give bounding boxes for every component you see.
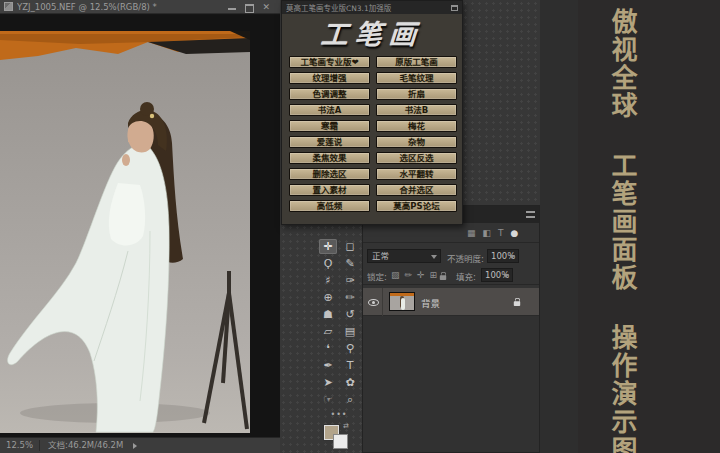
hand xyxy=(122,154,130,166)
document-canvas[interactable] xyxy=(0,15,280,437)
gongbi-button-r10c1[interactable]: 高低频 xyxy=(289,200,370,212)
dodge-tool-icon[interactable]: ⚲ xyxy=(341,341,359,356)
lock-transparent-pixels-icon[interactable]: ▨ xyxy=(391,269,400,282)
hair-ornament xyxy=(150,114,154,118)
lasso-tool-icon[interactable]: Ϙ xyxy=(319,256,337,271)
chevron-down-icon xyxy=(503,274,509,278)
blend-mode-value: 正常 xyxy=(372,251,389,261)
filter-type-layer-icon[interactable]: T xyxy=(498,227,504,240)
gongbi-button-r7c1[interactable]: 柔焦效果 xyxy=(289,152,370,164)
custom-shape-tool-icon[interactable]: ✿ xyxy=(341,375,359,390)
hand-tool-icon[interactable]: ☞ xyxy=(319,392,337,407)
more-tools-icon[interactable]: ••• xyxy=(318,410,360,419)
gongbi-button-r8c1[interactable]: 删除选区 xyxy=(289,168,370,180)
document-size-info: 文档:46.2M/46.2M xyxy=(40,440,131,451)
fill-label: 填充: xyxy=(456,270,476,282)
gradient-tool-icon[interactable]: ▤ xyxy=(341,324,359,339)
window-controls: ✕ xyxy=(228,3,270,11)
chevron-down-icon xyxy=(431,255,437,259)
gongbi-button-r6c1[interactable]: 爱莲说 xyxy=(289,136,370,148)
brush-tool-icon[interactable]: ✏ xyxy=(341,290,359,305)
lock-icons: ▨✏✛⊞ xyxy=(391,269,437,282)
swap-colors-icon[interactable]: ⇄ xyxy=(343,422,349,430)
marquee-tool-icon[interactable]: ◻ xyxy=(341,239,359,254)
photoshop-app: YZJ_1005.NEF @ 12.5%(RGB/8) * ✕ xyxy=(0,0,720,453)
blend-mode-select[interactable]: 正常 xyxy=(367,249,441,263)
background-color-swatch[interactable] xyxy=(333,434,348,449)
filter-smart-object-icon[interactable]: ● xyxy=(511,227,519,240)
layer-name: 背景 xyxy=(421,296,440,310)
object-selection-tool-icon[interactable]: ✎ xyxy=(341,256,359,271)
gongbi-button-r4c2[interactable]: 书法B xyxy=(376,104,457,116)
filter-adjustment-layer-icon[interactable]: ◧ xyxy=(483,227,492,240)
move-tool-icon[interactable]: ✛ xyxy=(319,239,337,254)
gongbi-panel: 莫高工笔画专业版CN3.1加强版 工笔画 工笔画专业版❤原版工笔画纹理增强毛笔纹… xyxy=(281,0,463,225)
maximize-icon[interactable] xyxy=(245,3,253,11)
lock-position-icon[interactable]: ✛ xyxy=(417,269,425,282)
zoom-tool-icon[interactable]: ⌕ xyxy=(341,392,359,407)
gongbi-panel-titlebar[interactable]: 莫高工笔画专业版CN3.1加强版 xyxy=(282,1,462,14)
layers-empty-area xyxy=(363,316,539,452)
clone-stamp-tool-icon[interactable]: ☗ xyxy=(319,307,337,322)
opacity-input[interactable]: 100% xyxy=(487,249,519,263)
close-icon[interactable]: ✕ xyxy=(262,3,270,11)
fill-input[interactable]: 100% xyxy=(481,268,513,282)
gongbi-button-r1c2[interactable]: 原版工笔画 xyxy=(376,56,457,68)
banner-vertical-text: 傲视全球 工笔画面板 操作演示图 xyxy=(604,8,641,448)
filter-pixel-layer-icon[interactable]: ▦ xyxy=(467,227,476,240)
gongbi-panel-title: 莫高工笔画专业版CN3.1加强版 xyxy=(286,2,451,13)
lock-image-pixels-icon[interactable]: ✏ xyxy=(405,269,413,282)
promo-banner: 傲视全球 工笔画面板 操作演示图 xyxy=(578,0,720,453)
path-selection-tool-icon[interactable]: ➤ xyxy=(319,375,337,390)
gongbi-button-r5c1[interactable]: 寒霜 xyxy=(289,120,370,132)
gongbi-button-r3c2[interactable]: 折扇 xyxy=(376,88,457,100)
pen-tool-icon[interactable]: ✒ xyxy=(319,358,337,373)
gongbi-button-r4c1[interactable]: 书法A xyxy=(289,104,370,116)
gongbi-button-r5c2[interactable]: 梅花 xyxy=(376,120,457,132)
blend-mode-row: 正常 不透明度: 100% xyxy=(363,246,539,266)
layer-row-background[interactable]: 背景 xyxy=(363,288,539,316)
zoom-level-field[interactable]: 12.5% xyxy=(0,440,40,451)
layers-panel: 图层通道路径 ▦◧T● 正常 不透明度: 100% 锁定: ▨✏✛⊞ 填充: 1… xyxy=(362,205,540,453)
document-title: YZJ_1005.NEF @ 12.5%(RGB/8) * xyxy=(17,2,228,12)
opacity-label: 不透明度: xyxy=(447,252,484,264)
gongbi-button-grid: 工笔画专业版❤原版工笔画纹理增强毛笔纹理色调调整折扇书法A书法B寒霜梅花爱莲说杂… xyxy=(289,56,457,212)
type-tool-icon[interactable]: T xyxy=(341,358,359,373)
layer-thumbnail[interactable] xyxy=(389,292,415,311)
gongbi-button-r1c1[interactable]: 工笔画专业版❤ xyxy=(289,56,370,68)
lock-label: 锁定: xyxy=(367,270,387,282)
eraser-tool-icon[interactable]: ▱ xyxy=(319,324,337,339)
gongbi-button-r8c2[interactable]: 水平翻转 xyxy=(376,168,457,180)
layer-locked-icon xyxy=(514,297,520,307)
gongbi-button-r7c2[interactable]: 选区反选 xyxy=(376,152,457,164)
healing-brush-tool-icon[interactable]: ⊕ xyxy=(319,290,337,305)
history-brush-tool-icon[interactable]: ↺ xyxy=(341,307,359,322)
gongbi-button-r3c1[interactable]: 色调调整 xyxy=(289,88,370,100)
gongbi-button-r10c2[interactable]: 莫高PS论坛 xyxy=(376,200,457,212)
gongbi-button-r2c1[interactable]: 纹理增强 xyxy=(289,72,370,84)
gongbi-button-r2c2[interactable]: 毛笔纹理 xyxy=(376,72,457,84)
status-options-arrow-icon[interactable] xyxy=(133,443,137,449)
layers-filter-row: ▦◧T● xyxy=(363,225,539,243)
minimize-icon[interactable] xyxy=(228,3,236,11)
thumbnail-figure xyxy=(401,298,405,310)
blur-tool-icon[interactable]: ❛ xyxy=(319,341,337,356)
lock-row: 锁定: ▨✏✛⊞ 填充: 100% xyxy=(363,267,539,285)
lock-all-icon[interactable] xyxy=(440,271,446,281)
gongbi-button-r6c2[interactable]: 杂物 xyxy=(376,136,457,148)
layer-visibility-cell[interactable] xyxy=(367,288,383,316)
dock-gutter xyxy=(540,0,578,453)
eyedropper-tool-icon[interactable]: ✑ xyxy=(341,273,359,288)
document-statusbar: 12.5% 文档:46.2M/46.2M xyxy=(0,437,280,453)
tools-grid: ✛◻Ϙ✎♯✑⊕✏☗↺▱▤❛⚲✒T➤✿☞⌕ xyxy=(318,238,362,408)
gongbi-button-r9c2[interactable]: 合并选区 xyxy=(376,184,457,196)
lock-artboard-icon[interactable]: ⊞ xyxy=(430,269,438,282)
document-titlebar[interactable]: YZJ_1005.NEF @ 12.5%(RGB/8) * ✕ xyxy=(0,0,280,14)
gongbi-panel-collapse-icon[interactable] xyxy=(451,5,458,11)
gongbi-button-r9c1[interactable]: 置入素材 xyxy=(289,184,370,196)
tools-panel: ✛◻Ϙ✎♯✑⊕✏☗↺▱▤❛⚲✒T➤✿☞⌕ ••• ⇄ xyxy=(318,238,362,453)
crop-tool-icon[interactable]: ♯ xyxy=(319,273,337,288)
gongbi-panel-heading: 工笔画 xyxy=(281,16,464,53)
panel-menu-icon[interactable] xyxy=(526,211,535,218)
thumbnail-orange-strip xyxy=(390,293,414,296)
